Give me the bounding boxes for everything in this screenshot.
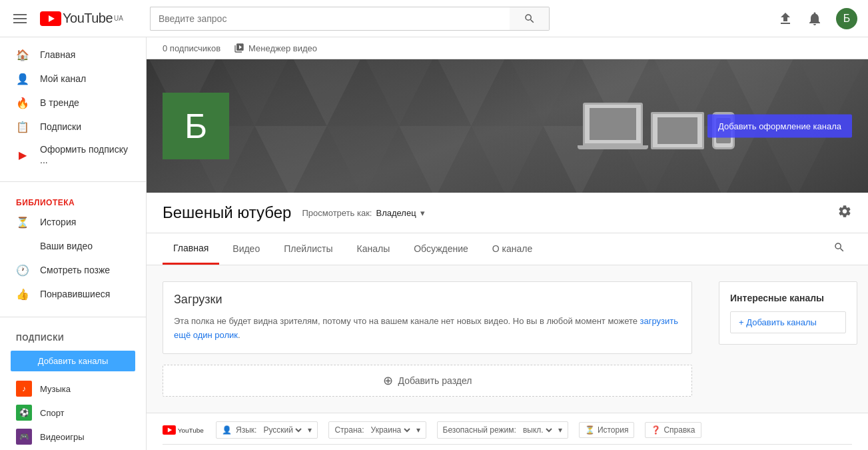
sidebar-history-label: История bbox=[40, 217, 76, 227]
add-section-label: Добавить раздел bbox=[398, 375, 472, 386]
tab-discussion[interactable]: Обсуждение bbox=[403, 234, 479, 265]
music-icon: ♪ bbox=[16, 381, 32, 397]
logo-ua: UA bbox=[114, 15, 123, 22]
search-button[interactable] bbox=[510, 7, 550, 31]
device-tv bbox=[651, 112, 704, 149]
sidebar-subscriptions-label: Подписки bbox=[40, 121, 81, 132]
video-manager-label: Менеджер видео bbox=[248, 43, 317, 53]
user-avatar[interactable]: Б bbox=[836, 8, 857, 29]
footer-country-label: Страна: bbox=[334, 425, 364, 435]
footer-top: YouTube 👤 Язык: Русский ▾ Стра bbox=[163, 421, 852, 445]
view-as-value[interactable]: Владелец bbox=[376, 208, 416, 218]
search-input[interactable] bbox=[150, 7, 510, 31]
sidebar-item-games[interactable]: 🎮 Видеоигры bbox=[0, 425, 146, 449]
sidebar-item-home[interactable]: 🏠 Главная bbox=[0, 43, 146, 67]
country-chevron-icon: ▾ bbox=[416, 425, 420, 435]
notifications-icon[interactable] bbox=[807, 11, 823, 27]
footer-country-select[interactable]: Страна: Украина ▾ bbox=[328, 421, 426, 439]
channel-sidebar: Интересные каналы + Добавить каналы bbox=[708, 265, 868, 413]
library-section: БИБЛИОТЕКА ⏳ История Ваши видео 🕐 Смотре… bbox=[0, 187, 146, 311]
channel-search-icon[interactable] bbox=[827, 235, 852, 263]
add-channel-art-button[interactable]: Добавить оформление канала bbox=[707, 115, 852, 138]
channel-art-avatar: Б bbox=[163, 93, 229, 159]
subscriptions-icon: 📋 bbox=[16, 120, 29, 133]
svg-marker-7 bbox=[508, 59, 580, 126]
header: YouTubeUA Б bbox=[0, 0, 868, 37]
svg-marker-4 bbox=[291, 59, 363, 126]
upload-icon[interactable] bbox=[777, 11, 793, 27]
channel-header: Бешеный ютубер Просмотреть как: Владелец… bbox=[147, 193, 868, 233]
add-section-button[interactable]: ⊕ Добавить раздел bbox=[163, 365, 692, 397]
your-videos-icon bbox=[16, 239, 29, 253]
main-content: 0 подписчиков Менеджер видео bbox=[147, 37, 868, 450]
channel-content: Загрузки Эта полка не будет видна зрител… bbox=[147, 265, 868, 413]
video-manager-link[interactable]: Менеджер видео bbox=[234, 43, 317, 53]
uploads-section: Загрузки Эта полка не будет видна зрител… bbox=[163, 281, 692, 354]
channel-name: Бешеный ютубер bbox=[163, 203, 291, 222]
svg-marker-13 bbox=[254, 126, 326, 193]
channel-settings-icon[interactable] bbox=[837, 204, 852, 222]
menu-icon[interactable] bbox=[11, 11, 29, 26]
channel-topbar: 0 подписчиков Менеджер видео bbox=[147, 37, 868, 59]
sidebar-item-music[interactable]: ♪ Музыка bbox=[0, 377, 146, 401]
sidebar-item-watch-later[interactable]: 🕐 Смотреть позже bbox=[0, 258, 146, 282]
sidebar: 🏠 Главная 👤 Мой канал 🔥 В тренде 📋 Подпи… bbox=[0, 37, 147, 450]
sidebar-item-history[interactable]: ⏳ История bbox=[0, 210, 146, 234]
sidebar-trending-label: В тренде bbox=[40, 97, 79, 108]
history-icon-footer: ⏳ bbox=[585, 425, 595, 435]
footer-help-link[interactable]: ❓ Справка bbox=[645, 422, 701, 438]
footer-language-label: Язык: bbox=[236, 425, 256, 435]
interesting-channels-title: Интересные каналы bbox=[730, 293, 846, 303]
safe-mode-dropdown[interactable]: выкл. bbox=[520, 425, 554, 435]
home-icon: 🏠 bbox=[16, 48, 29, 61]
sidebar-item-sport[interactable]: ⚽ Спорт bbox=[0, 401, 146, 425]
subscribers-count: 0 подписчиков bbox=[163, 43, 220, 53]
svg-marker-15 bbox=[399, 126, 471, 193]
games-label: Видеоигры bbox=[40, 432, 85, 442]
channel-main-content: Загрузки Эта полка не будет видна зрител… bbox=[147, 265, 708, 413]
tab-about[interactable]: О канале bbox=[482, 234, 543, 265]
svg-marker-5 bbox=[363, 59, 435, 126]
tab-playlists[interactable]: Плейлисты bbox=[273, 234, 343, 265]
svg-marker-3 bbox=[218, 59, 290, 126]
add-interesting-channels-button[interactable]: + Добавить каналы bbox=[730, 311, 846, 333]
header-left: YouTubeUA bbox=[11, 11, 123, 26]
language-chevron-icon: ▾ bbox=[308, 425, 312, 435]
sidebar-subscribe-label: Оформить подписку ... bbox=[40, 144, 130, 165]
sidebar-item-subscriptions[interactable]: 📋 Подписки bbox=[0, 115, 146, 139]
safe-mode-chevron-icon: ▾ bbox=[558, 425, 562, 435]
footer-safe-mode[interactable]: Безопасный режим: выкл. ▾ bbox=[437, 421, 568, 439]
sidebar-item-my-channel[interactable]: 👤 Мой канал bbox=[0, 67, 146, 91]
view-as-label: Просмотреть как: bbox=[302, 208, 372, 218]
uploads-empty-message: Эта полка не будет видна зрителям, потом… bbox=[174, 315, 681, 343]
footer-help-label: Справка bbox=[663, 425, 695, 435]
sidebar-item-liked[interactable]: 👍 Понравившиеся bbox=[0, 282, 146, 306]
footer-history-link[interactable]: ⏳ История bbox=[579, 422, 635, 438]
footer-logo[interactable]: YouTube bbox=[163, 424, 205, 436]
tab-videos[interactable]: Видео bbox=[222, 234, 270, 265]
view-as-chevron-icon[interactable]: ▾ bbox=[420, 208, 425, 218]
sidebar-item-trending[interactable]: 🔥 В тренде bbox=[0, 91, 146, 115]
tab-channels[interactable]: Каналы bbox=[346, 234, 401, 265]
history-icon: ⏳ bbox=[16, 215, 29, 229]
svg-text:YouTube: YouTube bbox=[178, 426, 205, 433]
youtube-logo-icon bbox=[40, 11, 61, 26]
language-dropdown[interactable]: Русский bbox=[260, 425, 304, 435]
help-icon-footer: ❓ bbox=[651, 425, 661, 435]
tab-home[interactable]: Главная bbox=[163, 233, 219, 265]
add-channels-button[interactable]: Добавить каналы bbox=[11, 351, 135, 371]
uploads-msg-part2: . bbox=[238, 330, 240, 340]
sidebar-item-your-videos[interactable]: Ваши видео bbox=[0, 234, 146, 258]
country-dropdown[interactable]: Украина bbox=[368, 425, 412, 435]
sidebar-liked-label: Понравившиеся bbox=[40, 289, 110, 299]
footer-safe-label: Безопасный режим: bbox=[443, 425, 516, 435]
library-title: БИБЛИОТЕКА bbox=[0, 193, 146, 210]
language-icon: 👤 bbox=[222, 425, 232, 435]
subscribe-icon: ▶ bbox=[16, 148, 29, 161]
footer-history-label: История bbox=[598, 425, 629, 435]
footer-language-select[interactable]: 👤 Язык: Русский ▾ bbox=[216, 421, 318, 439]
logo[interactable]: YouTubeUA bbox=[40, 11, 123, 26]
sidebar-watch-later-label: Смотреть позже bbox=[40, 265, 110, 275]
sport-label: Спорт bbox=[40, 408, 65, 418]
sidebar-item-subscribe[interactable]: ▶ Оформить подписку ... bbox=[0, 139, 146, 171]
